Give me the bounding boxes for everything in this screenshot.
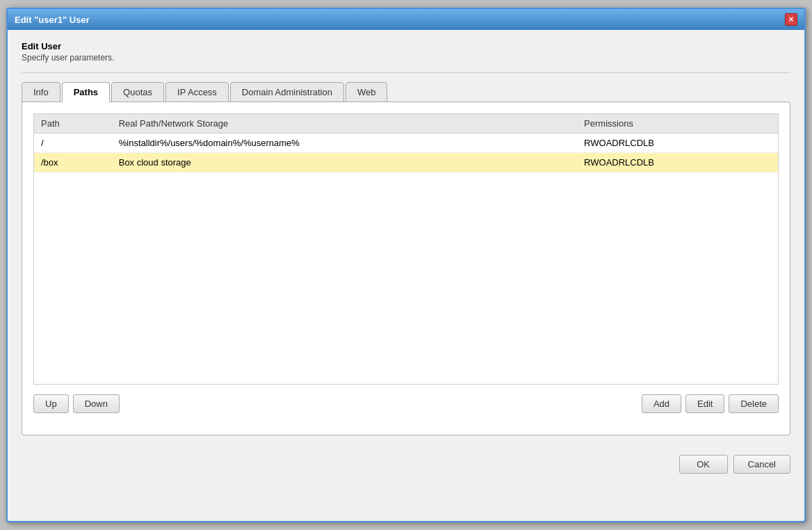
dialog-footer: OK Cancel <box>8 447 804 485</box>
delete-button[interactable]: Delete <box>729 394 779 413</box>
action-right: Add Edit Delete <box>642 394 779 413</box>
table-header-row: Path Real Path/Network Storage Permissio… <box>34 114 778 134</box>
tab-ip-access[interactable]: IP Access <box>165 82 229 102</box>
cell-real-path: %installdir%/users/%domain%/%username% <box>112 134 577 153</box>
cancel-button[interactable]: Cancel <box>733 455 790 474</box>
table-row[interactable]: /box Box cloud storage RWOADRLCDLB <box>34 153 778 172</box>
down-button[interactable]: Down <box>73 394 120 413</box>
add-button[interactable]: Add <box>642 394 681 413</box>
close-button[interactable]: × <box>785 13 797 26</box>
tab-domain-administration[interactable]: Domain Administration <box>230 82 344 102</box>
dialog-body: Edit User Specify user parameters. Info … <box>8 30 804 447</box>
action-left: Up Down <box>33 394 120 413</box>
divider <box>22 72 790 73</box>
up-button[interactable]: Up <box>33 394 69 413</box>
col-real-path: Real Path/Network Storage <box>112 114 577 134</box>
edit-button[interactable]: Edit <box>685 394 724 413</box>
tab-info[interactable]: Info <box>22 82 60 102</box>
cell-path: /box <box>34 153 112 172</box>
edit-user-dialog: Edit "user1" User × Edit User Specify us… <box>6 8 806 522</box>
section-title: Edit User <box>22 41 790 51</box>
section-subtitle: Specify user parameters. <box>22 53 790 63</box>
action-row: Up Down Add Edit Delete <box>33 394 779 413</box>
tab-paths[interactable]: Paths <box>62 82 110 102</box>
col-permissions: Permissions <box>577 114 778 134</box>
cell-real-path: Box cloud storage <box>112 153 577 172</box>
tab-quotas[interactable]: Quotas <box>111 82 164 102</box>
cell-permissions: RWOADRLCDLB <box>577 153 778 172</box>
dialog-title: Edit "user1" User <box>15 15 90 25</box>
cell-permissions: RWOADRLCDLB <box>577 134 778 153</box>
tab-web[interactable]: Web <box>346 82 388 102</box>
cell-path: / <box>34 134 112 153</box>
ok-button[interactable]: OK <box>679 455 728 474</box>
paths-table-container: Path Real Path/Network Storage Permissio… <box>33 113 779 385</box>
tab-content-paths: Path Real Path/Network Storage Permissio… <box>22 102 790 435</box>
col-path: Path <box>34 114 112 134</box>
table-row[interactable]: / %installdir%/users/%domain%/%username%… <box>34 134 778 153</box>
paths-table: Path Real Path/Network Storage Permissio… <box>34 114 778 172</box>
title-bar: Edit "user1" User × <box>8 9 804 30</box>
tab-bar: Info Paths Quotas IP Access Domain Admin… <box>22 81 790 102</box>
